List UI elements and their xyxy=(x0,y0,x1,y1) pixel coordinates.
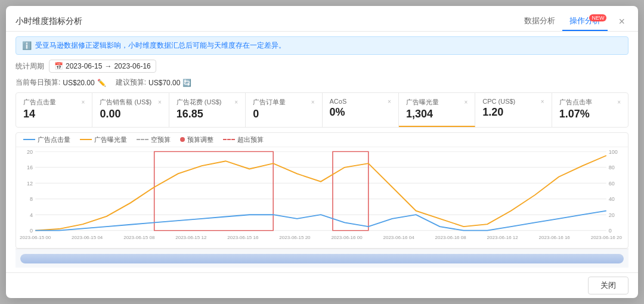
budget-row: 当前每日预算: US$20.00 ✏️ 建议预算: US$70.00 🔄 xyxy=(16,77,628,88)
svg-text:16: 16 xyxy=(27,165,33,170)
modal-container: 小时维度指标分析 数据分析 操作分析 NEW × ℹ️ 受亚马逊数据修正逻辑影响… xyxy=(6,6,638,298)
metric-header-7: 广告点击率 × xyxy=(559,98,621,107)
modal-title-text: 小时维度指标分析 xyxy=(16,16,82,27)
metric-name-0: 广告点击量 xyxy=(23,98,56,107)
metric-value-6: 1.20 xyxy=(482,106,544,119)
date-range-picker[interactable]: 📅 2023-06-15 → 2023-06-16 xyxy=(49,60,156,73)
metric-card-1: 广告销售额 (US$) × 0.00 xyxy=(92,93,169,127)
metric-close-5[interactable]: × xyxy=(464,99,467,106)
svg-text:2023-06-16 04: 2023-06-16 04 xyxy=(383,235,414,240)
legend-item-0: 广告点击量 xyxy=(23,135,70,144)
metrics-row: 广告点击量 × 14 广告销售额 (US$) × 0.00 广告花费 (US$)… xyxy=(16,92,628,128)
svg-text:2023-06-15 04: 2023-06-15 04 xyxy=(72,235,103,240)
metric-header-3: 广告订单量 × xyxy=(253,98,314,107)
svg-text:2023-06-15 20: 2023-06-15 20 xyxy=(279,235,310,240)
svg-text:20: 20 xyxy=(27,149,33,155)
suggest-budget-value: US$70.00 xyxy=(148,79,180,87)
notice-bar: ℹ️ 受亚马逊数据修正逻辑影响，小时维度数据汇总后可能与天维度存在一定差异。 xyxy=(16,36,628,55)
metric-value-2: 16.85 xyxy=(177,108,238,121)
calendar-icon: 📅 xyxy=(54,62,63,70)
suggested-budget: 建议预算: US$70.00 🔄 xyxy=(116,77,192,88)
modal-close-button[interactable]: × xyxy=(615,15,628,28)
date-row: 统计周期 📅 2023-06-15 → 2023-06-16 xyxy=(16,60,628,73)
chart-area: 广告点击量广告曝光量空预算预算调整超出预算 048121620020406080… xyxy=(16,132,628,249)
legend-label-2: 空预算 xyxy=(151,135,171,144)
svg-text:40: 40 xyxy=(609,196,615,202)
svg-text:2023-06-16 08: 2023-06-16 08 xyxy=(435,235,466,240)
svg-text:0: 0 xyxy=(30,228,33,234)
current-budget-label: 当前每日预算: xyxy=(16,77,60,88)
scrollbar-track[interactable] xyxy=(20,254,624,263)
metric-value-7: 1.07% xyxy=(559,108,621,121)
legend-item-1: 广告曝光量 xyxy=(80,135,127,144)
legend-line-1 xyxy=(80,139,92,140)
svg-text:20: 20 xyxy=(609,212,615,218)
metric-header-2: 广告花费 (US$) × xyxy=(177,98,238,107)
legend-dot-3 xyxy=(180,137,185,142)
legend-label-1: 广告曝光量 xyxy=(94,135,127,144)
chart-svg-wrapper: 048121620020406080100 2023-06-15 002023-… xyxy=(16,147,628,246)
legend-dashed-2 xyxy=(137,139,148,140)
svg-text:2023-06-16 12: 2023-06-16 12 xyxy=(487,235,518,240)
date-end: 2023-06-16 xyxy=(114,62,150,70)
metric-name-7: 广告点击率 xyxy=(559,98,592,107)
svg-text:2023-06-16 20: 2023-06-16 20 xyxy=(591,235,622,240)
refresh-icon[interactable]: 🔄 xyxy=(182,79,191,87)
legend-label-3: 预算调整 xyxy=(187,135,213,144)
svg-text:12: 12 xyxy=(27,181,33,187)
legend-item-2: 空预算 xyxy=(137,135,171,144)
metric-card-7: 广告点击率 × 1.07% xyxy=(552,93,628,127)
svg-text:0: 0 xyxy=(609,228,612,234)
metric-close-6[interactable]: × xyxy=(541,98,544,105)
chart-scrollbar[interactable] xyxy=(16,249,628,268)
footer-close-button[interactable]: 关闭 xyxy=(588,277,628,294)
metric-card-5: 广告曝光量 × 1,304 xyxy=(399,93,475,127)
metric-header-5: 广告曝光量 × xyxy=(406,98,467,107)
svg-text:80: 80 xyxy=(609,165,615,170)
modal-footer: 关闭 xyxy=(6,272,638,298)
scrollbar-thumb[interactable] xyxy=(20,254,624,263)
current-budget-value: US$20.00 xyxy=(63,79,94,87)
date-label: 统计周期 xyxy=(16,61,44,72)
metric-value-4: 0% xyxy=(330,106,391,119)
metric-name-2: 广告花费 (US$) xyxy=(177,98,222,107)
svg-text:2023-06-15 08: 2023-06-15 08 xyxy=(123,235,154,240)
metric-card-4: ACoS × 0% xyxy=(323,93,399,127)
legend-line-0 xyxy=(23,139,35,140)
metric-header-1: 广告销售额 (US$) × xyxy=(100,98,161,107)
svg-rect-31 xyxy=(333,151,369,230)
metric-header-4: ACoS × xyxy=(330,98,391,105)
metric-value-5: 1,304 xyxy=(406,108,467,121)
metric-close-4[interactable]: × xyxy=(388,98,391,105)
metric-header-0: 广告点击量 × xyxy=(23,98,85,107)
svg-text:2023-06-15 12: 2023-06-15 12 xyxy=(175,235,206,240)
suggest-budget-label: 建议预算: xyxy=(116,77,146,88)
edit-budget-icon[interactable]: ✏️ xyxy=(97,79,106,87)
legend-item-4: 超出预算 xyxy=(223,135,264,144)
tab-badge-new: NEW xyxy=(589,14,606,21)
svg-text:8: 8 xyxy=(30,196,33,202)
metric-card-6: CPC (US$) × 1.20 xyxy=(475,93,552,127)
tab-operation[interactable]: 操作分析 NEW xyxy=(562,12,608,31)
metric-name-4: ACoS xyxy=(330,98,347,105)
modal-header: 小时维度指标分析 数据分析 操作分析 NEW × xyxy=(6,6,638,32)
metric-name-6: CPC (US$) xyxy=(482,98,515,105)
metric-name-1: 广告销售额 (US$) xyxy=(100,98,151,107)
metric-close-7[interactable]: × xyxy=(617,99,621,106)
metric-name-5: 广告曝光量 xyxy=(406,98,439,107)
metric-card-3: 广告订单量 × 0 xyxy=(246,93,322,127)
svg-text:4: 4 xyxy=(30,212,33,218)
svg-text:2023-06-15 16: 2023-06-15 16 xyxy=(227,235,258,240)
svg-text:60: 60 xyxy=(609,181,615,187)
metric-header-6: CPC (US$) × xyxy=(482,98,544,105)
date-start: 2023-06-15 xyxy=(66,62,102,70)
metric-close-3[interactable]: × xyxy=(311,99,315,106)
svg-text:2023-06-16 16: 2023-06-16 16 xyxy=(539,235,570,240)
tab-bar: 数据分析 操作分析 NEW xyxy=(517,12,608,31)
metric-close-1[interactable]: × xyxy=(158,99,162,106)
metric-name-3: 广告订单量 xyxy=(253,98,286,107)
metric-close-0[interactable]: × xyxy=(82,99,85,106)
tab-data[interactable]: 数据分析 xyxy=(517,12,562,31)
legend-label-4: 超出预算 xyxy=(237,135,264,144)
metric-close-2[interactable]: × xyxy=(234,99,238,106)
